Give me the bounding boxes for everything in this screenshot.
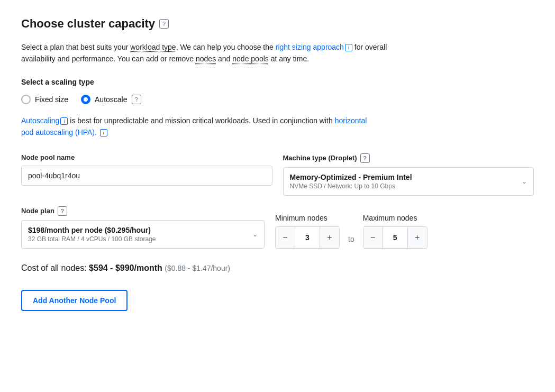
machine-type-main: Memory-Optimized - Premium Intel — [290, 173, 412, 181]
to-label: to — [340, 235, 363, 243]
node-plan-select-content: $198/month per node ($0.295/hour) 32 GB … — [28, 226, 156, 243]
cost-main: $594 - $990/month — [89, 263, 162, 272]
cost-section: Cost of all nodes: $594 - $990/month ($0… — [21, 261, 534, 273]
machine-type-select-content: Memory-Optimized - Premium Intel NVMe SS… — [290, 173, 412, 190]
node-pool-name-group: Node pool name — [21, 153, 272, 196]
plan-row: Node plan ? $198/month per node ($0.295/… — [21, 206, 534, 249]
autoscale-radio[interactable] — [81, 95, 90, 104]
add-node-pool-button[interactable]: Add Another Node Pool — [21, 290, 128, 311]
machine-type-help-icon[interactable]: ? — [360, 153, 370, 163]
scaling-section-label: Select a scaling type — [21, 78, 534, 86]
node-plan-group: Node plan ? $198/month per node ($0.295/… — [21, 206, 265, 249]
maximum-nodes-group: Maximum nodes − + — [363, 214, 427, 249]
minimum-nodes-stepper: − + — [275, 226, 340, 249]
machine-type-group: Machine type (Droplet) ? Memory-Optimize… — [283, 153, 534, 196]
node-pool-name-input[interactable] — [21, 166, 272, 186]
right-sizing-link[interactable]: right sizing approach — [276, 43, 344, 51]
cost-label: Cost of all nodes: $594 - $990/month ($0… — [21, 263, 230, 272]
node-plan-sub: 32 GB total RAM / 4 vCPUs / 100 GB stora… — [28, 235, 156, 243]
scaling-type-row: Fixed size Autoscale ? — [21, 95, 534, 104]
autoscaling-link[interactable]: Autoscaling — [21, 116, 59, 125]
machine-type-label: Machine type (Droplet) ? — [283, 153, 534, 163]
autoscale-label: Autoscale — [95, 95, 127, 104]
machine-type-select[interactable]: Memory-Optimized - Premium Intel NVMe SS… — [283, 167, 534, 196]
minimum-nodes-increment[interactable]: + — [320, 227, 339, 248]
max-nodes-label-row: Maximum nodes — [363, 214, 427, 222]
minimum-nodes-decrement[interactable]: − — [276, 227, 295, 248]
title-help-icon[interactable]: ? — [159, 19, 169, 29]
machine-type-sub: NVMe SSD / Network: Up to 10 Gbps — [290, 183, 412, 190]
autoscale-description: Autoscalingi is best for unpredictable a… — [21, 115, 381, 139]
node-plan-label: Node plan ? — [21, 206, 265, 216]
right-sizing-info-icon[interactable]: i — [345, 44, 352, 51]
autoscale-help-icon[interactable]: ? — [132, 95, 141, 104]
fixed-size-radio[interactable] — [21, 95, 31, 104]
to-divider: to — [340, 235, 363, 249]
maximum-nodes-stepper: − + — [363, 226, 427, 249]
node-plan-help-icon[interactable]: ? — [58, 206, 67, 216]
minimum-nodes-label: Minimum nodes — [275, 214, 327, 222]
maximum-nodes-increment[interactable]: + — [408, 227, 427, 248]
form-grid-top: Node pool name Machine type (Droplet) ? … — [21, 153, 534, 196]
fixed-size-label: Fixed size — [35, 95, 68, 104]
node-plan-chevron-icon: ⌄ — [252, 231, 258, 238]
minimum-nodes-group: Minimum nodes − + — [275, 214, 340, 249]
description: Select a plan that best suits your workl… — [21, 41, 392, 65]
node-pool-name-label: Node pool name — [21, 153, 272, 161]
hpa-link[interactable]: horizontal pod autoscaling (HPA). — [21, 116, 367, 136]
cost-secondary: ($0.88 - $1.47/hour) — [165, 264, 230, 272]
node-plan-select[interactable]: $198/month per node ($0.295/hour) 32 GB … — [21, 220, 265, 249]
machine-type-chevron-icon: ⌄ — [522, 178, 527, 185]
fixed-size-option[interactable]: Fixed size — [21, 95, 68, 104]
maximum-nodes-value[interactable] — [383, 227, 408, 248]
maximum-nodes-decrement[interactable]: − — [363, 227, 383, 248]
hpa-info-icon[interactable]: i — [100, 129, 107, 136]
page-title: Choose cluster capacity — [21, 17, 155, 31]
minimum-nodes-value[interactable] — [295, 227, 320, 248]
autoscale-option[interactable]: Autoscale ? — [81, 95, 141, 104]
min-nodes-label-row: Minimum nodes — [275, 214, 340, 222]
autoscaling-info-icon[interactable]: i — [60, 117, 68, 125]
maximum-nodes-label: Maximum nodes — [363, 214, 417, 222]
node-plan-main: $198/month per node ($0.295/hour) — [28, 226, 156, 234]
nodes-col: Minimum nodes − + to Maximum nodes − + — [275, 206, 534, 249]
